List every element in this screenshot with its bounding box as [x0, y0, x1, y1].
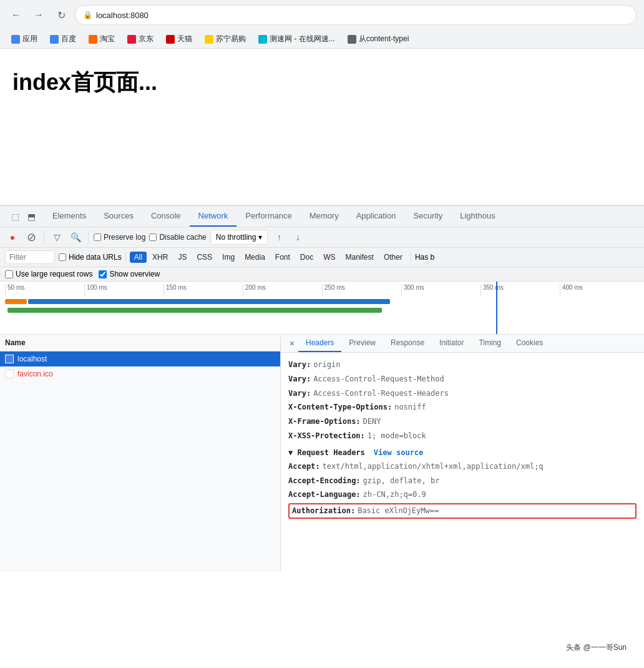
devtools-tab-performance[interactable]: Performance — [237, 206, 300, 227]
bookmark-item-5[interactable]: 苏宁易购 — [201, 32, 250, 46]
devtools-tab-network[interactable]: Network — [190, 206, 237, 227]
browser-toolbar: ← → ↻ 🔒 localhost:8080 — [0, 0, 644, 30]
file-item-0[interactable]: localhost — [0, 351, 280, 366]
preserve-log-text: Preserve log — [104, 233, 145, 242]
large-rows-label[interactable]: Use large request rows — [5, 270, 92, 278]
timeline-tick-2: 150 ms — [163, 284, 243, 297]
response-header-row-5: X-XSS-Protection:1; mode=block — [288, 429, 637, 443]
throttle-text: No throttling — [216, 233, 256, 242]
headers-tab-response[interactable]: Response — [383, 335, 432, 352]
filter-button[interactable]: ▽ — [49, 230, 64, 245]
headers-panel: × HeadersPreviewResponseInitiatorTimingC… — [281, 335, 644, 572]
filter-type-font[interactable]: Font — [271, 252, 295, 263]
bookmark-item-7[interactable]: 从content-typei — [344, 32, 413, 46]
bookmark-item-6[interactable]: 测速网 - 在线网速... — [255, 32, 339, 46]
hide-data-urls-label[interactable]: Hide data URLs — [59, 253, 122, 262]
devtools-tab-lighthous[interactable]: Lighthous — [451, 206, 504, 227]
bookmark-item-1[interactable]: 百度 — [46, 32, 80, 46]
filter-separator — [125, 252, 126, 262]
bookmark-icon — [205, 35, 213, 44]
address-bar[interactable]: 🔒 localhost:8080 — [75, 5, 637, 25]
bookmark-label: 苏宁易购 — [216, 34, 246, 44]
toolbar-separator-2 — [88, 231, 89, 243]
filter-type-js[interactable]: JS — [173, 252, 191, 263]
download-button[interactable]: ↓ — [290, 230, 305, 245]
devtools-tab-memory[interactable]: Memory — [301, 206, 348, 227]
headers-tab-headers[interactable]: Headers — [298, 335, 341, 352]
filter-type-xhr[interactable]: XHR — [148, 252, 172, 263]
filter-type-manifest[interactable]: Manifest — [341, 252, 378, 263]
devtools-tab-security[interactable]: Security — [404, 206, 451, 227]
disable-cache-label[interactable]: Disable cache — [149, 233, 206, 242]
hide-data-urls-checkbox[interactable] — [59, 253, 66, 261]
headers-tab-initiator[interactable]: Initiator — [432, 335, 471, 352]
header-value: Basic eXlnOjEyMw== — [358, 506, 439, 516]
timeline-bar-green — [7, 308, 382, 313]
headers-tab-preview[interactable]: Preview — [341, 335, 383, 352]
preserve-log-label[interactable]: Preserve log — [94, 233, 145, 242]
response-headers-rows: Vary:originVary:Access-Control-Request-M… — [288, 358, 637, 443]
disable-cache-checkbox[interactable] — [149, 233, 157, 241]
devtools-tab-sources[interactable]: Sources — [95, 206, 142, 227]
large-rows-checkbox[interactable] — [5, 270, 13, 278]
filter-type-all[interactable]: All — [130, 252, 147, 263]
headers-panel-close-button[interactable]: × — [286, 337, 298, 350]
timeline-bars — [0, 297, 644, 319]
timeline: 50 ms100 ms150 ms200 ms250 ms300 ms350 m… — [0, 282, 644, 335]
request-headers-rows: Accept:text/html,application/xhtml+xml,a… — [288, 459, 637, 519]
response-header-row-2: Vary:Access-Control-Request-Headers — [288, 386, 637, 401]
page-title: index首页面... — [12, 67, 632, 98]
preserve-log-checkbox[interactable] — [94, 233, 101, 241]
timeline-tick-5: 300 ms — [401, 284, 481, 297]
bookmark-label: 百度 — [61, 34, 76, 44]
page-content: index首页面... — [0, 49, 644, 205]
devtools-tab-application[interactable]: Application — [348, 206, 405, 227]
cursor-icon-button[interactable]: ⬚ — [7, 209, 22, 224]
filter-type-img[interactable]: Img — [218, 252, 239, 263]
response-header-row-1: Vary:Access-Control-Request-Method — [288, 372, 637, 386]
forward-button[interactable]: → — [30, 6, 47, 24]
timeline-tick-7: 400 ms — [560, 284, 639, 297]
devtools-tab-elements[interactable]: Elements — [44, 206, 95, 227]
bookmark-item-2[interactable]: 淘宝 — [85, 32, 119, 46]
hide-data-urls-text: Hide data URLs — [69, 253, 122, 262]
bookmark-item-3[interactable]: 京东 — [124, 32, 157, 46]
headers-tab-cookies[interactable]: Cookies — [509, 335, 550, 352]
bookmark-item-4[interactable]: 天猫 — [162, 32, 196, 46]
view-source-link[interactable]: View source — [374, 448, 423, 457]
filter-type-doc[interactable]: Doc — [296, 252, 318, 263]
throttle-select[interactable]: No throttling ▾ — [210, 230, 268, 245]
filter-type-other[interactable]: Other — [379, 252, 407, 263]
header-value: DENY — [363, 416, 381, 427]
filter-type-ws[interactable]: WS — [319, 252, 339, 263]
file-item-1[interactable]: favicon.ico — [0, 366, 280, 381]
timeline-tick-3: 200 ms — [243, 284, 322, 297]
response-header-row-0: Vary:origin — [288, 358, 637, 372]
filter-type-media[interactable]: Media — [240, 252, 270, 263]
record-button[interactable]: ● — [5, 230, 20, 245]
devtools-tabs-container: ElementsSourcesConsoleNetworkPerformance… — [44, 206, 504, 227]
stop-button[interactable]: ⊘ — [24, 230, 39, 245]
show-overview-label[interactable]: Show overview — [99, 270, 160, 278]
header-name: Accept-Encoding: — [288, 476, 361, 486]
show-overview-checkbox[interactable] — [99, 270, 107, 278]
upload-button[interactable]: ↑ — [271, 230, 286, 245]
bookmark-item-0[interactable]: 应用 — [7, 32, 41, 46]
refresh-button[interactable]: ↻ — [52, 6, 70, 24]
timeline-tick-0: 50 ms — [5, 284, 84, 297]
timeline-bar-row-1 — [5, 299, 639, 307]
headers-tab-timing[interactable]: Timing — [471, 335, 509, 352]
devtools-tab-icons: ⬚ ⬒ — [2, 209, 44, 224]
timeline-tick-1: 100 ms — [84, 284, 163, 297]
request-header-row-3: Authorization:Basic eXlnOjEyMw== — [288, 503, 637, 519]
file-icon — [5, 370, 14, 378]
bookmark-icon — [11, 35, 20, 44]
filter-input[interactable] — [5, 250, 55, 264]
devtools-tab-console[interactable]: Console — [142, 206, 190, 227]
filter-type-css[interactable]: CSS — [192, 252, 217, 263]
dock-icon-button[interactable]: ⬒ — [24, 209, 39, 224]
lock-icon: 🔒 — [83, 11, 92, 19]
search-toolbar-button[interactable]: 🔍 — [68, 230, 83, 245]
back-button[interactable]: ← — [7, 6, 25, 24]
header-value: Access-Control-Request-Method — [313, 374, 444, 385]
